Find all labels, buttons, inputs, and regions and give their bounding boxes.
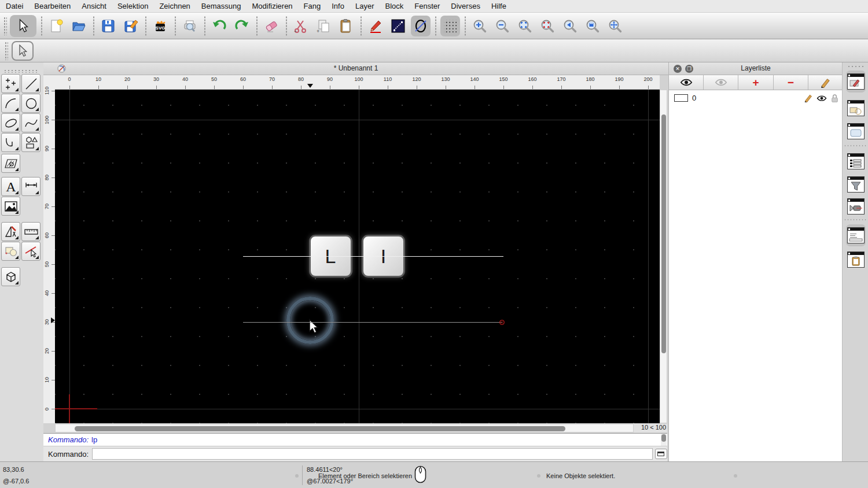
open-document-button[interactable] bbox=[69, 16, 89, 36]
measure-tools-button[interactable] bbox=[21, 222, 41, 241]
spline-tools-button[interactable] bbox=[21, 113, 41, 132]
hatch-tool-button[interactable] bbox=[1, 154, 20, 173]
modify-tools-button[interactable] bbox=[1, 222, 20, 241]
save-button[interactable] bbox=[98, 16, 118, 36]
menu-item[interactable]: Bemassung bbox=[201, 2, 241, 10]
active-tool-button[interactable] bbox=[12, 41, 34, 61]
open-folder-icon bbox=[71, 19, 86, 34]
ruler-tick bbox=[503, 86, 504, 89]
vertical-scrollbar-thumb[interactable] bbox=[661, 114, 666, 353]
circle-tools-button[interactable] bbox=[21, 94, 41, 113]
vertical-scrollbar[interactable] bbox=[660, 90, 667, 423]
command-line-panel-toggle[interactable] bbox=[846, 224, 866, 246]
redo-button[interactable] bbox=[232, 16, 252, 36]
menu-item[interactable]: Selektion bbox=[117, 2, 148, 10]
menu-item[interactable]: Fang bbox=[304, 2, 321, 10]
command-input[interactable] bbox=[92, 448, 653, 460]
menu-item[interactable]: Hilfe bbox=[491, 2, 506, 10]
library-browser-panel-toggle[interactable] bbox=[846, 150, 866, 172]
print-preview-button[interactable] bbox=[180, 16, 200, 36]
hide-all-layers-button[interactable] bbox=[704, 75, 738, 90]
menu-item[interactable]: Block bbox=[385, 2, 403, 10]
toolbar-drag-handle[interactable] bbox=[3, 17, 7, 35]
copy-button[interactable]: + bbox=[314, 16, 333, 36]
zoom-auto-button[interactable] bbox=[515, 16, 535, 36]
svg-export-button[interactable]: SVG bbox=[150, 16, 170, 36]
selection-filter-panel-toggle[interactable] bbox=[846, 173, 866, 195]
palette-drag-handle[interactable] bbox=[3, 69, 39, 73]
command-history-value: lp bbox=[91, 435, 97, 444]
zoom-selection-icon bbox=[540, 19, 555, 34]
menu-item[interactable]: Layer bbox=[355, 2, 374, 10]
relative-coordinate: @-67,0.6 bbox=[3, 478, 29, 485]
point-tools-button[interactable] bbox=[1, 74, 20, 93]
layer-lock-toggle[interactable] bbox=[831, 94, 838, 103]
draw-freehand-button[interactable] bbox=[366, 16, 385, 36]
document-titlebar[interactable]: * Unbenannt 1 bbox=[43, 62, 668, 75]
layer-row[interactable]: 0 bbox=[669, 91, 843, 105]
zoom-out-button[interactable] bbox=[492, 16, 512, 36]
menu-item[interactable]: Datei bbox=[6, 2, 23, 10]
horizontal-scrollbar[interactable] bbox=[55, 424, 634, 432]
zoom-selection-button[interactable] bbox=[538, 16, 557, 36]
shape-tools-button[interactable] bbox=[21, 133, 41, 152]
block-list-panel-toggle[interactable] bbox=[846, 97, 866, 119]
view-list-panel-toggle[interactable] bbox=[846, 120, 866, 142]
zoom-window-button[interactable] bbox=[583, 16, 602, 36]
command-history-label: Kommando: bbox=[48, 435, 89, 444]
command-history-scrollbar[interactable] bbox=[661, 434, 667, 446]
zoom-pan-button[interactable] bbox=[605, 16, 625, 36]
undo-button[interactable] bbox=[209, 16, 229, 36]
menu-item[interactable]: Info bbox=[332, 2, 344, 10]
solid-tools-button[interactable] bbox=[1, 267, 20, 286]
ellipse-tools-button[interactable] bbox=[1, 113, 20, 132]
text-tool-button[interactable]: A bbox=[1, 177, 20, 196]
layer-color-swatch[interactable] bbox=[674, 94, 688, 102]
add-layer-button[interactable]: + bbox=[738, 75, 773, 90]
line-tool-button[interactable] bbox=[388, 16, 408, 36]
strip-drag-handle[interactable] bbox=[847, 65, 865, 68]
image-tool-button[interactable] bbox=[1, 197, 20, 216]
layer-panel-titlebar[interactable]: ✕ ❐ Layerliste bbox=[669, 62, 843, 75]
menu-item[interactable]: Fenster bbox=[414, 2, 440, 10]
horizontal-scrollbar-thumb[interactable] bbox=[75, 426, 565, 431]
save-as-button[interactable] bbox=[121, 16, 141, 36]
copy-icon: + bbox=[316, 19, 331, 34]
dimension-tools-button[interactable] bbox=[21, 177, 41, 196]
save-icon bbox=[101, 19, 116, 34]
menu-item[interactable]: Modifizieren bbox=[252, 2, 293, 10]
layer-visibility-toggle[interactable] bbox=[816, 95, 827, 102]
clipboard-panel-toggle[interactable] bbox=[846, 249, 866, 271]
menu-item[interactable]: Zeichnen bbox=[159, 2, 190, 10]
paste-button[interactable] bbox=[336, 16, 356, 36]
layer-list-panel-toggle[interactable] bbox=[846, 71, 866, 93]
menu-item[interactable]: Diverses bbox=[451, 2, 480, 10]
modify-tools-icon bbox=[3, 224, 19, 239]
polyline-tools-button[interactable] bbox=[1, 133, 20, 152]
edit-layer-button[interactable] bbox=[808, 75, 843, 90]
command-console-toggle-button[interactable] bbox=[655, 449, 667, 459]
menu-item[interactable]: Ansicht bbox=[82, 2, 106, 10]
remove-layer-button[interactable]: − bbox=[774, 75, 808, 90]
select-tools-button[interactable] bbox=[21, 242, 41, 261]
ruler-label: 90 bbox=[44, 142, 51, 156]
ellipse-tool-button[interactable] bbox=[411, 16, 431, 36]
cursor-icon bbox=[17, 19, 30, 34]
line-tools-button[interactable] bbox=[21, 74, 41, 93]
new-document-button[interactable] bbox=[46, 16, 66, 36]
info-tools-button[interactable] bbox=[1, 242, 20, 261]
show-all-layers-button[interactable] bbox=[669, 75, 704, 90]
selection-pointer-button[interactable] bbox=[10, 15, 36, 37]
projection-panel-toggle[interactable] bbox=[846, 195, 866, 217]
drawing-canvas[interactable]: L I bbox=[55, 90, 660, 423]
zoom-in-button[interactable] bbox=[470, 16, 490, 36]
arc-tools-button[interactable] bbox=[1, 94, 20, 113]
eraser-button[interactable] bbox=[262, 16, 281, 36]
grid-toggle-button[interactable] bbox=[440, 16, 460, 36]
zoom-previous-button[interactable] bbox=[560, 16, 580, 36]
cut-button[interactable]: + bbox=[291, 16, 311, 36]
menu-item[interactable]: Bearbeiten bbox=[34, 2, 71, 10]
command-history-scrollbar-thumb[interactable] bbox=[661, 434, 666, 442]
layer-edit-button[interactable] bbox=[804, 94, 812, 102]
toolbar-drag-handle[interactable] bbox=[5, 42, 8, 60]
